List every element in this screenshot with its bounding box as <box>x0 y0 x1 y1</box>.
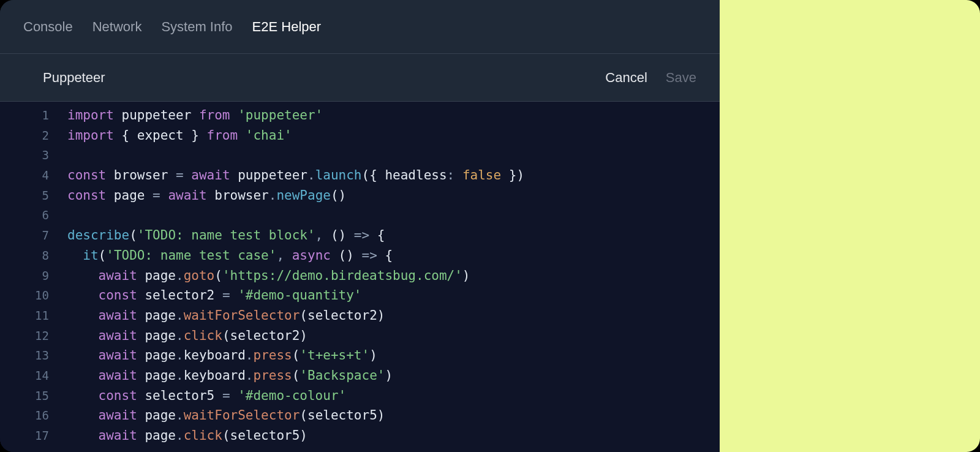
line-number: 13 <box>0 345 49 366</box>
code-line <box>67 145 720 165</box>
code-line: await page.waitForSelector(selector2) <box>67 306 720 326</box>
line-number: 5 <box>0 186 49 206</box>
tab-console[interactable]: Console <box>23 2 73 52</box>
code-line: describe('TODO: name test block', () => … <box>67 225 720 246</box>
save-button[interactable]: Save <box>666 70 696 86</box>
line-number: 10 <box>0 285 49 306</box>
line-number: 8 <box>0 246 49 266</box>
toolbar-actions: Cancel Save <box>605 70 696 86</box>
line-number: 4 <box>0 165 49 186</box>
code-line: const browser = await puppeteer.launch({… <box>67 165 720 186</box>
cancel-button[interactable]: Cancel <box>605 70 647 86</box>
tab-bar: Console Network System Info E2E Helper <box>0 0 720 54</box>
code-line: const page = await browser.newPage() <box>67 186 720 206</box>
code-line: await page.goto('https://demo.birdeatsbu… <box>67 266 720 286</box>
line-number: 12 <box>0 326 49 346</box>
preview-pane <box>720 0 980 452</box>
line-number: 11 <box>0 306 49 326</box>
code-line <box>67 205 720 225</box>
code-line: it('TODO: name test case', async () => { <box>67 246 720 266</box>
code-content[interactable]: import puppeteer from 'puppeteer'import … <box>59 102 720 452</box>
code-line: await page.click(selector5) <box>67 426 720 446</box>
code-line: import puppeteer from 'puppeteer' <box>67 105 720 126</box>
tab-e2e-helper[interactable]: E2E Helper <box>252 2 322 52</box>
tab-network[interactable]: Network <box>92 2 142 52</box>
line-number: 9 <box>0 266 49 286</box>
line-number: 14 <box>0 366 49 386</box>
line-number: 1 <box>0 105 49 126</box>
code-line: const selector5 = '#demo-colour' <box>67 386 720 406</box>
line-number: 15 <box>0 386 49 406</box>
line-number: 6 <box>0 205 49 225</box>
line-gutter: 1234567891011121314151617 <box>0 102 59 452</box>
code-line: await page.click(selector2) <box>67 326 720 346</box>
line-number: 2 <box>0 126 49 146</box>
code-line: await page.keyboard.press('t+e+s+t') <box>67 345 720 366</box>
code-line: const selector2 = '#demo-quantity' <box>67 285 720 306</box>
code-line: await page.keyboard.press('Backspace') <box>67 366 720 386</box>
line-number: 16 <box>0 405 49 426</box>
line-number: 7 <box>0 225 49 246</box>
toolbar-title: Puppeteer <box>43 70 105 86</box>
line-number: 3 <box>0 145 49 165</box>
code-editor[interactable]: 1234567891011121314151617 import puppete… <box>0 102 720 452</box>
code-line: import { expect } from 'chai' <box>67 126 720 146</box>
editor-toolbar: Puppeteer Cancel Save <box>0 54 720 102</box>
code-line: await page.waitForSelector(selector5) <box>67 405 720 426</box>
tab-system-info[interactable]: System Info <box>161 2 232 52</box>
devtools-panel: Console Network System Info E2E Helper P… <box>0 0 720 452</box>
line-number: 17 <box>0 426 49 446</box>
